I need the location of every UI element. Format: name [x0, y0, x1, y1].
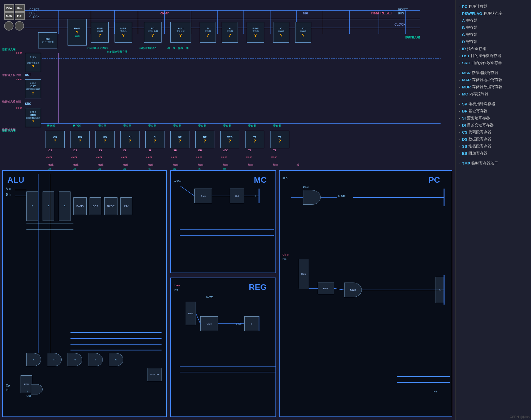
cs-name: CS — [53, 136, 57, 139]
bp-label: BP — [198, 149, 202, 152]
alu-b-in: B In — [6, 193, 11, 196]
sidebar-item-c[interactable]: -C 寄存器 — [456, 31, 531, 38]
sidebar-item-ss[interactable]: -SS 堆栈段寄存器 — [456, 143, 531, 150]
sidebar-key-sp: SP — [462, 102, 467, 106]
msr-component: MSR 寄存器 ? — [91, 22, 109, 43]
svg-line-46 — [334, 288, 344, 290]
di-reg: DI ? — [120, 131, 140, 148]
pc-clear: Clear — [283, 253, 289, 256]
sidebar-dash-4: - — [459, 33, 460, 37]
sidebar-item-ir[interactable]: -IR 指令寄存器 — [456, 45, 531, 52]
reg-clear: Clear — [174, 284, 180, 287]
sidebar-dash-18: - — [459, 123, 460, 127]
reg-row-label-10: 寄存器 — [273, 124, 281, 128]
reg-s-out: S Out — [236, 322, 242, 325]
sidebar-dash-16: - — [459, 109, 460, 113]
sidebar-item-si[interactable]: -SI 源变址寄存器 — [456, 115, 531, 122]
sidebar-desc-2: 寄存器 — [466, 18, 478, 23]
ds-qmark: ? — [79, 139, 81, 143]
mar-sublabel: 寄存器 — [120, 30, 127, 33]
mar-qmark: ? — [122, 33, 125, 38]
psw-qmark: ? — [254, 33, 257, 38]
clear-dst: clear — [16, 78, 22, 81]
msr-desc-label: msr段地址 寄存器 — [87, 46, 108, 50]
mc-title: MC — [254, 175, 267, 185]
res-button[interactable]: RES — [15, 4, 25, 12]
a-component: A 寄存器 ? — [222, 22, 238, 43]
sidebar-item-pc[interactable]: -PC 程序计数器 — [456, 3, 531, 10]
sidebar-item-sp[interactable]: -SP 堆栈指针寄存器 — [456, 100, 531, 107]
msr-qmark: ? — [99, 33, 101, 38]
circle-btn-2[interactable] — [15, 21, 24, 31]
clear-src: clear — [16, 106, 22, 109]
sidebar-item-ds[interactable]: -DS 数据段寄存器 — [456, 136, 531, 143]
sp-label: SP — [173, 149, 177, 152]
c-sublabel: 寄存器 — [278, 30, 284, 33]
sidebar-item-mar[interactable]: -MAR 存储器地址寄存器 — [456, 76, 531, 83]
man-button[interactable]: MAN — [4, 12, 14, 20]
sidebar-item-psw-flag[interactable]: -PSW/FLAG 程序状态字 — [456, 10, 531, 17]
pc-pre: Pre — [283, 258, 287, 261]
reg-wires — [171, 278, 275, 416]
reg-row-label-1: 寄存器 — [47, 124, 55, 128]
circle-btn-1[interactable] — [4, 21, 14, 31]
pul-button[interactable]: PUL — [15, 12, 25, 20]
sidebar-item-di[interactable]: -DI 目的变址寄存器 — [456, 122, 531, 129]
output-top-cs: 出 — [48, 167, 51, 171]
cs-qmark: ? — [54, 139, 56, 143]
sidebar-item-dst[interactable]: -DST 目的操作数寄存器 — [456, 52, 531, 59]
a-sublabel: 寄存器 — [227, 30, 233, 33]
sidebar-dash-3: - — [459, 26, 460, 30]
sidebar-item-tmp[interactable]: -TMP 临时寄存器若干 — [456, 160, 531, 167]
output-top-ss: 出 — [98, 167, 101, 171]
bp-name: BP — [203, 136, 207, 139]
sidebar-item-d[interactable]: -D 寄存器 — [456, 38, 531, 45]
mc-tri-state: ▷ — [255, 194, 257, 197]
reg-row-label-3: 寄存器 — [98, 124, 106, 128]
clear-si: clear — [146, 156, 152, 159]
pc-gate-block1 — [303, 190, 321, 205]
reg-creg-block: REG — [186, 302, 196, 325]
data-out-bottom-si: 输出 — [148, 163, 154, 167]
clear-t1: clear — [246, 156, 252, 159]
sidebar-desc-5: 寄存器 — [466, 39, 478, 44]
sidebar-item-msr[interactable]: -MSR 存储器段寄存器 — [456, 69, 531, 76]
sidebar-item-src[interactable]: -SRC 目的操作数寄存器 — [456, 59, 531, 66]
src-name: SRC — [30, 114, 36, 117]
sidebar-dash-24: - — [459, 161, 460, 166]
sidebar-item-b[interactable]: -B 寄存器 — [456, 24, 531, 31]
sidebar-item-mdr[interactable]: -MDR 存储器数据寄存器 — [456, 83, 531, 90]
svg-line-30 — [180, 186, 194, 196]
sidebar-item-a[interactable]: -A 寄存器 — [456, 17, 531, 24]
sidebar-item-cs[interactable]: -CS 代码段寄存器 — [456, 129, 531, 136]
mc-w-out: W Out — [174, 180, 182, 183]
pc-qmark: ? — [152, 33, 154, 38]
sidebar-desc-18: 目的变址寄存器 — [467, 122, 494, 128]
data-input-right: 数据输入端 — [405, 35, 420, 39]
alu-bor: BOR — [90, 197, 101, 215]
alu-or-gate: ≥1 — [47, 353, 62, 366]
sidebar-key-es: ES — [462, 151, 467, 156]
t2-name: T2 — [278, 136, 281, 139]
d-sublabel: 寄存器 — [300, 30, 306, 33]
sidebar-dash-21: - — [459, 144, 460, 149]
sidebar-dash-20: - — [459, 137, 460, 142]
pow-button[interactable]: POW — [4, 4, 14, 12]
c-component: C 寄存器 ? — [273, 22, 289, 43]
ss-label: SS — [98, 149, 102, 152]
sidebar-item-mc[interactable]: -MC 内存控制器 — [456, 90, 531, 98]
sidebar-item-es[interactable]: -ES 附加寄存器 — [456, 150, 531, 157]
sidebar-key-mc: MC — [462, 92, 468, 96]
d-component: D 寄存器 ? — [295, 22, 311, 43]
mc-sublabel: 内存控制器 — [42, 40, 54, 43]
data-out-bottom-sp: 输出 — [173, 163, 179, 167]
sidebar-spacer-23 — [456, 157, 531, 160]
sidebar-dash-10: - — [459, 71, 460, 75]
sidebar-item-bp[interactable]: -BP 基址寄存器 — [456, 107, 531, 115]
pc-tri-out: ▷ Out — [338, 194, 345, 197]
sidebar-desc-15: 堆栈指针寄存器 — [468, 101, 495, 107]
pc-desc-label: 程序计数器PC — [140, 46, 157, 50]
sidebar-key-pc: PC — [462, 4, 467, 9]
alu-title: ALU — [7, 175, 24, 185]
data-out-bottom-t2: 输出 — [273, 163, 278, 167]
